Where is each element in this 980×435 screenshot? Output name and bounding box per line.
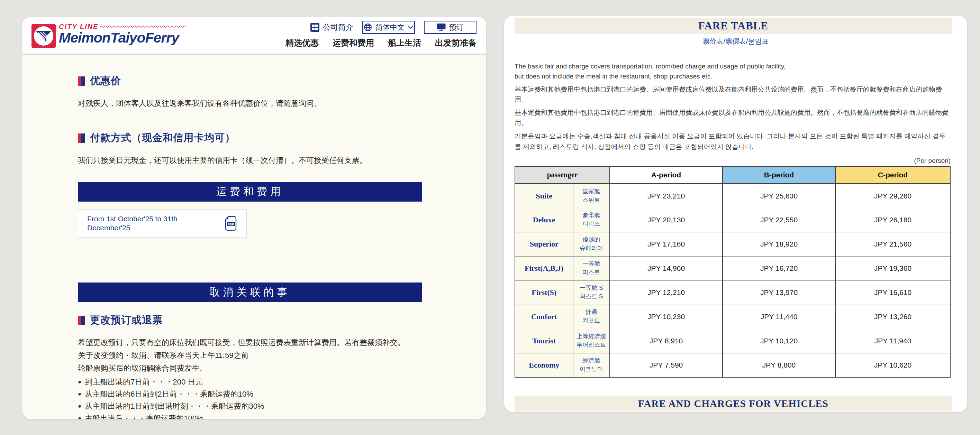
list-item: 从主船出港的6日前到2日前・・・乘船运费的10% [78,388,445,400]
intro-en-line: The basic fair and charge covers transpo… [515,61,952,71]
table-row: Deluxe 豪华舱디럭스 JPY 20,130 JPY 22,550 JPY … [515,208,950,232]
col-header-b-period: B-period [722,166,835,184]
fares-page-content: 优惠价 对残疾人，团体客人以及往返乘客我们设有各种优惠价位，请随意询问。 付款方… [22,55,486,418]
change-heading: 更改预订或退票 [90,313,163,327]
class-name: First(A,B,J) [515,256,573,281]
change-paragraph: 希望更改预订，只要有空的床位我们既可接受，但要按照运费表重新计算费用。若有差额须… [78,337,445,348]
fare-a: JPY 10,230 [610,305,722,329]
fare-a: JPY 14,960 [610,256,722,281]
cancellation-fee-list: 到主船出港的7日前・・・200 日元 从主船出港的6日前到2日前・・・乘船运费的… [78,376,445,419]
fare-c: JPY 10,620 [835,353,950,377]
class-name: Economy [515,353,573,377]
table-row: Suite 皇家舱스위트 JPY 23,210 JPY 25,630 JPY 2… [515,184,950,208]
vehicles-title-band: FARE AND CHARGES FOR VEHICLES [515,395,952,411]
fare-b: JPY 22,550 [722,208,835,232]
col-header-passenger: passenger [515,166,610,184]
fare-b: JPY 10,120 [722,329,835,353]
fare-a: JPY 23,210 [610,184,722,208]
change-paragraph: 关于改变预约・取消、请联系在当天上午11:59之前 [78,349,445,361]
grid-icon [310,23,320,32]
fare-section-banner: 运费和费用 [78,182,422,202]
language-selector[interactable]: 简体中文 [362,21,415,34]
nav-company-profile[interactable]: 公司简介 [310,22,353,32]
class-sublabel: 舒適컴포트 [573,305,610,329]
fare-table-title-band: FARE TABLE [515,18,952,34]
class-sublabel: 一等艙 S퍼스트 S [573,281,610,305]
intro-ko: 기본운임과 요금에는 수송,객실과 침대,선내 공용시설 이용 요금이 포함되어… [515,131,952,152]
fare-a: JPY 17,160 [610,232,722,256]
fare-pdf-link[interactable]: From 1st October'25 to 31th December'25 … [78,209,247,238]
fare-b: JPY 11,440 [722,305,835,329]
nav-item-deals[interactable]: 精选优惠 [285,37,319,48]
payment-text: 我们只接受日元現金，还可以使用主要的信用卡（须一次付清）。不可接受任何支票。 [78,154,445,166]
cancel-section-banner: 取消关联的事 [78,283,422,302]
fare-table-document: FARE TABLE 票价表/票價表/운임표 The basic fair an… [504,16,967,412]
class-sublabel: 豪华舱디럭스 [573,208,610,232]
fare-table-subtitle: 票价表/票價表/운임표 [504,37,967,46]
fare-c: JPY 29,260 [835,184,950,208]
class-sublabel: 經濟艙이코노미 [573,353,610,377]
fare-c: JPY 19,360 [835,256,950,281]
fare-a: JPY 8,910 [610,329,722,353]
class-name: Tourist [515,329,573,353]
booking-button[interactable]: 预订 [424,21,477,34]
monitor-icon [437,23,446,32]
list-item: 主船出港后・・・乘船运费的100% [78,412,445,419]
nav-item-fares[interactable]: 运费和费用 [332,37,374,48]
site-header: CITY LINE MeimonTaiyoFerry [22,17,486,55]
discount-heading: 优惠价 [90,74,121,88]
list-item: 从主船出港的1日前到出港时刻・・・乘船运费的30% [78,400,445,412]
payment-heading: 付款方式（现金和信用卡均可） [90,131,235,145]
fare-a: JPY 20,130 [610,208,722,232]
fare-c: JPY 26,180 [835,208,950,232]
fare-table-title: FARE TABLE [698,20,768,32]
fare-c: JPY 13,260 [835,305,950,329]
section-marker [78,133,85,143]
fare-c: JPY 16,610 [835,281,950,305]
discount-text: 对残疾人，团体客人以及往返乘客我们设有各种优惠价位，请随意询问。 [78,97,445,109]
intro-zh-tw: 基本運費和其他費用中包括港口到港口的運費用、房間使用費或床位費以及在船內利用公共… [515,108,952,128]
fare-c: JPY 21,560 [835,232,950,256]
svg-text:PDF: PDF [228,223,234,226]
class-sublabel: 一等艙퍼스트 [573,256,610,281]
fare-pdf-label: From 1st October'25 to 31th December'25 [87,214,201,233]
class-name: First(S) [515,281,573,305]
fare-b: JPY 13,970 [722,281,835,305]
language-label: 简体中文 [375,22,404,32]
nav-item-onboard-life[interactable]: 船上生活 [388,37,421,48]
globe-icon [364,23,372,32]
ferry-logo-icon [31,24,56,48]
table-row: Confort 舒適컴포트 JPY 10,230 JPY 11,440 JPY … [515,305,950,329]
table-row: Tourist 上等經濟艙투어리스트 JPY 8,910 JPY 10,120 … [515,329,950,353]
class-sublabel: 皇家舱스위트 [573,184,610,208]
fare-c: JPY 11,940 [835,329,950,353]
vehicles-title: FARE AND CHARGES FOR VEHICLES [638,398,829,410]
nav-item-before-departure[interactable]: 出发前准备 [435,37,477,48]
class-sublabel: 優越的슈페리어 [573,232,610,256]
section-marker [78,76,85,86]
list-item: 到主船出港的7日前・・・200 日元 [78,376,445,388]
class-name: Suite [515,184,573,208]
booking-label: 预订 [449,22,464,32]
intro-en-line: but does not include the meal in the res… [515,71,952,81]
class-name: Superior [515,232,573,256]
section-marker [78,316,85,325]
fare-a: JPY 12,210 [610,281,722,305]
fare-b: JPY 25,630 [722,184,835,208]
brand-name: MeimonTaiyoFerry [59,30,187,45]
table-row: Superior 優越的슈페리어 JPY 17,160 JPY 18,920 J… [515,232,950,256]
wavy-line-decoration [100,25,187,29]
fare-b: JPY 18,920 [722,232,835,256]
chevron-down-icon [408,25,414,29]
change-paragraph: 轮船票购买后的取消解除合同费发生。 [78,362,445,374]
col-header-a-period: A-period [610,166,722,184]
fare-table-header-row: passenger A-period B-period C-period [515,166,950,184]
fare-a: JPY 7,590 [610,353,722,377]
main-navigation: 精选优惠 运费和费用 船上生活 出发前准备 [285,37,477,48]
fare-b: JPY 16,720 [722,256,835,281]
class-name: Confort [515,305,573,329]
site-logo[interactable]: CITY LINE MeimonTaiyoFerry [31,22,187,48]
col-header-c-period: C-period [835,166,950,184]
fare-b: JPY 8,800 [722,353,835,377]
class-name: Deluxe [515,208,573,232]
